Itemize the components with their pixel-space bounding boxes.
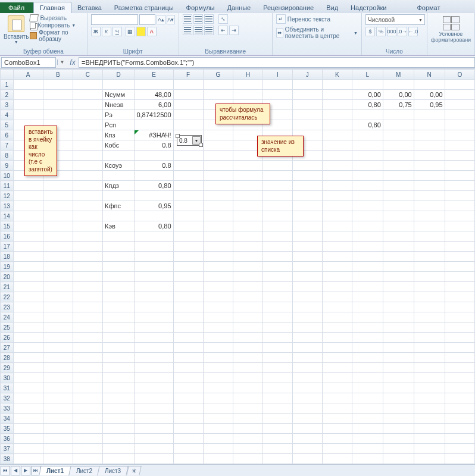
cell-I16[interactable] — [263, 231, 293, 242]
col-header-H[interactable]: H — [233, 70, 262, 80]
cell-A21[interactable] — [13, 282, 43, 292]
cell-D37[interactable] — [103, 444, 135, 454]
cell-J11[interactable] — [292, 181, 322, 191]
cell-N34[interactable] — [414, 414, 445, 424]
col-header-C[interactable]: C — [73, 70, 102, 80]
cell-J26[interactable] — [292, 333, 322, 343]
cell-K14[interactable] — [322, 211, 352, 221]
cell-G34[interactable] — [203, 414, 233, 424]
cell-H14[interactable] — [233, 211, 262, 221]
cell-M15[interactable] — [383, 221, 414, 231]
cell-I14[interactable] — [263, 211, 293, 221]
cell-G19[interactable] — [203, 262, 233, 272]
cell-I1[interactable] — [263, 80, 293, 90]
cell-O21[interactable] — [445, 282, 474, 292]
cell-L31[interactable] — [352, 383, 383, 393]
cell-K3[interactable] — [322, 100, 352, 110]
cell-K10[interactable] — [322, 171, 352, 181]
cell-E22[interactable] — [135, 292, 173, 302]
cell-D35[interactable] — [103, 424, 135, 434]
cell-K9[interactable] — [322, 161, 352, 171]
cell-C35[interactable] — [73, 424, 102, 434]
cell-F17[interactable] — [173, 242, 203, 252]
cell-E21[interactable] — [135, 282, 173, 292]
cell-A38[interactable] — [13, 454, 43, 464]
cell-J31[interactable] — [292, 383, 322, 393]
cell-G7[interactable] — [203, 140, 233, 151]
cell-H36[interactable] — [233, 434, 262, 444]
cell-H18[interactable] — [233, 252, 262, 262]
align-bottom-button[interactable] — [204, 14, 214, 24]
cell-J22[interactable] — [292, 292, 322, 302]
cell-K21[interactable] — [322, 282, 352, 292]
cell-H39[interactable] — [233, 464, 262, 465]
row-header-19[interactable]: 19 — [1, 262, 14, 272]
cell-D24[interactable] — [103, 312, 135, 322]
cell-E3[interactable]: 6,00 — [135, 100, 173, 110]
cell-C16[interactable] — [73, 231, 102, 242]
cell-J33[interactable] — [292, 403, 322, 414]
cell-O6[interactable] — [445, 130, 474, 140]
col-header-B[interactable]: B — [43, 70, 73, 80]
tab-review[interactable]: Рецензирование — [257, 2, 320, 13]
cell-E26[interactable] — [135, 333, 173, 343]
cell-O17[interactable] — [445, 242, 474, 252]
row-header-6[interactable]: 6 — [1, 130, 14, 140]
cell-O30[interactable] — [445, 373, 474, 383]
cell-I35[interactable] — [263, 424, 293, 434]
cell-N27[interactable] — [414, 343, 445, 353]
cell-B13[interactable] — [43, 201, 73, 211]
cell-D7[interactable]: Кобс — [103, 140, 135, 151]
cell-A4[interactable] — [13, 110, 43, 120]
cell-O38[interactable] — [445, 454, 474, 464]
cell-J36[interactable] — [292, 434, 322, 444]
row-header-33[interactable]: 33 — [1, 403, 14, 414]
cell-H27[interactable] — [233, 343, 262, 353]
cell-D17[interactable] — [103, 242, 135, 252]
cell-G11[interactable] — [203, 181, 233, 191]
cell-F39[interactable] — [173, 464, 203, 465]
cell-F16[interactable] — [173, 231, 203, 242]
cell-J30[interactable] — [292, 373, 322, 383]
cell-F34[interactable] — [173, 414, 203, 424]
cell-D16[interactable] — [103, 231, 135, 242]
cell-N17[interactable] — [414, 242, 445, 252]
cell-D2[interactable]: Nсумм — [103, 90, 135, 100]
cell-I10[interactable] — [263, 171, 293, 181]
cell-B33[interactable] — [43, 403, 73, 414]
cell-G21[interactable] — [203, 282, 233, 292]
row-header-23[interactable]: 23 — [1, 302, 14, 312]
cell-N32[interactable] — [414, 393, 445, 403]
cell-M4[interactable] — [383, 110, 414, 120]
cell-M6[interactable] — [383, 130, 414, 140]
cell-L35[interactable] — [352, 424, 383, 434]
cell-K31[interactable] — [322, 383, 352, 393]
cell-F13[interactable] — [173, 201, 203, 211]
cell-I27[interactable] — [263, 343, 293, 353]
cell-M12[interactable] — [383, 191, 414, 201]
align-right-button[interactable] — [204, 26, 214, 35]
cell-O29[interactable] — [445, 363, 474, 373]
row-header-13[interactable]: 13 — [1, 201, 14, 211]
cell-E12[interactable] — [135, 191, 173, 201]
cell-K27[interactable] — [322, 343, 352, 353]
row-header-15[interactable]: 15 — [1, 221, 14, 231]
cell-M18[interactable] — [383, 252, 414, 262]
cell-M20[interactable] — [383, 272, 414, 282]
cell-N18[interactable] — [414, 252, 445, 262]
cell-L4[interactable] — [352, 110, 383, 120]
cell-E14[interactable] — [135, 211, 173, 221]
cell-E13[interactable]: 0,95 — [135, 201, 173, 211]
name-box[interactable]: ComboBox1 — [1, 57, 56, 68]
cell-A34[interactable] — [13, 414, 43, 424]
cell-I24[interactable] — [263, 312, 293, 322]
cell-G36[interactable] — [203, 434, 233, 444]
cell-B28[interactable] — [43, 353, 73, 363]
cell-J4[interactable] — [292, 110, 322, 120]
cell-C2[interactable] — [73, 90, 102, 100]
cell-O13[interactable] — [445, 201, 474, 211]
cell-N23[interactable] — [414, 302, 445, 312]
cell-G27[interactable] — [203, 343, 233, 353]
cell-D22[interactable] — [103, 292, 135, 302]
cell-G18[interactable] — [203, 252, 233, 262]
